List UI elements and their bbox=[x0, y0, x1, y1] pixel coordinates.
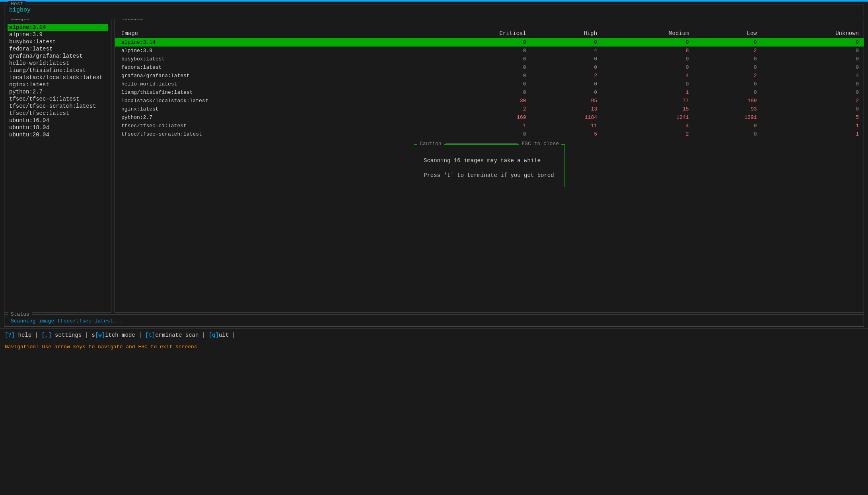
result-high: 0 bbox=[531, 80, 602, 88]
image-list-item[interactable]: fedora:latest bbox=[8, 45, 108, 52]
result-medium: 0 bbox=[602, 55, 693, 63]
image-list-item[interactable]: alpine:3.9 bbox=[8, 31, 108, 38]
table-row[interactable]: liamg/thisisfine:latest00100 bbox=[115, 88, 864, 97]
result-low: 2 bbox=[694, 72, 762, 80]
result-low: 1291 bbox=[694, 113, 762, 122]
result-image-name: busybox:latest bbox=[115, 55, 418, 63]
result-image-name: nginx:latest bbox=[115, 105, 418, 113]
result-unknown: 1 bbox=[762, 130, 864, 138]
table-row[interactable]: grafana/grafana:latest02424 bbox=[115, 72, 864, 80]
results-panel: Results Image Critical High Medium Low U… bbox=[115, 19, 864, 313]
result-unknown: 2 bbox=[762, 97, 864, 105]
result-image-name: tfsec/tfsec-ci:latest bbox=[115, 122, 418, 130]
table-row[interactable]: busybox:latest00000 bbox=[115, 55, 864, 63]
image-list-item[interactable]: liamg/thisisfine:latest bbox=[8, 67, 108, 74]
image-list-item[interactable]: tfsec/tfsec-ci:latest bbox=[8, 95, 108, 103]
result-unknown: 0 bbox=[762, 80, 864, 88]
result-unknown: 0 bbox=[762, 55, 864, 63]
result-high: 11 bbox=[531, 122, 602, 130]
result-low: 0 bbox=[694, 130, 762, 138]
image-list-item[interactable]: grafana/grafana:latest bbox=[8, 52, 108, 60]
status-label: Status bbox=[8, 311, 32, 317]
result-critical: 0 bbox=[418, 72, 531, 80]
images-label: Images bbox=[8, 19, 32, 21]
image-list-item[interactable]: busybox:latest bbox=[8, 38, 108, 45]
host-name: bigboy bbox=[9, 6, 859, 14]
result-medium: 0 bbox=[602, 80, 693, 88]
table-row[interactable]: alpine:3.904820 bbox=[115, 47, 864, 55]
status-section: Status Scanning image tfsec/tfsec:latest… bbox=[4, 314, 864, 327]
result-critical: 2 bbox=[418, 105, 531, 113]
result-image-name: liamg/thisisfine:latest bbox=[115, 88, 418, 97]
sep4: | bbox=[202, 332, 209, 338]
sep1: | bbox=[35, 332, 42, 338]
result-low: 0 bbox=[694, 55, 762, 63]
table-row[interactable]: localstack/localstack:latest3095771992 bbox=[115, 97, 864, 105]
result-image-name: localstack/localstack:latest bbox=[115, 97, 418, 105]
results-table: Image Critical High Medium Low Unknown a… bbox=[115, 29, 864, 138]
result-low: 0 bbox=[694, 80, 762, 88]
settings-key[interactable]: [,] settings bbox=[41, 332, 82, 338]
nav-hint: Navigation: Use arrow keys to navigate a… bbox=[0, 342, 868, 352]
result-unknown: 0 bbox=[762, 63, 864, 72]
image-list-item[interactable]: alpine:3.14 bbox=[8, 24, 108, 31]
result-image-name: grafana/grafana:latest bbox=[115, 72, 418, 80]
image-list-item[interactable]: hello-world:latest bbox=[8, 60, 108, 67]
result-unknown: 5 bbox=[762, 113, 864, 122]
quit-key[interactable]: [q]uit bbox=[209, 332, 229, 338]
terminate-key[interactable]: [t]erminate scan bbox=[145, 332, 199, 338]
result-low: 0 bbox=[694, 88, 762, 97]
images-panel: Images alpine:3.14alpine:3.9busybox:late… bbox=[4, 19, 111, 313]
result-low: 0 bbox=[694, 122, 762, 130]
result-critical: 1 bbox=[418, 122, 531, 130]
image-list-item[interactable]: nginx:latest bbox=[8, 81, 108, 88]
result-image-name: tfsec/tfsec-scratch:latest bbox=[115, 130, 418, 138]
image-list-item[interactable]: localstack/localstack:latest bbox=[8, 74, 108, 81]
help-key[interactable]: [?] help bbox=[5, 332, 31, 338]
table-row[interactable]: tfsec/tfsec-ci:latest111401 bbox=[115, 122, 864, 130]
table-row[interactable]: python:2.71691184124112915 bbox=[115, 113, 864, 122]
result-image-name: hello-world:latest bbox=[115, 80, 418, 88]
table-row[interactable]: hello-world:latest00000 bbox=[115, 80, 864, 88]
table-row[interactable]: nginx:latest21315930 bbox=[115, 105, 864, 113]
sep2: | bbox=[85, 332, 92, 338]
table-row[interactable]: alpine:3.1400000 bbox=[115, 38, 864, 47]
result-critical: 0 bbox=[418, 63, 531, 72]
result-low: 2 bbox=[694, 47, 762, 55]
image-list-item[interactable]: tfsec/tfsec:latest bbox=[8, 110, 108, 117]
result-unknown: 0 bbox=[762, 88, 864, 97]
result-critical: 0 bbox=[418, 55, 531, 63]
table-row[interactable]: tfsec/tfsec-scratch:latest05201 bbox=[115, 130, 864, 138]
result-medium: 15 bbox=[602, 105, 693, 113]
result-high: 13 bbox=[531, 105, 602, 113]
result-image-name: python:2.7 bbox=[115, 113, 418, 122]
host-label: Host bbox=[8, 1, 25, 7]
image-list-item[interactable]: ubuntu:20.04 bbox=[8, 131, 108, 138]
image-list-item[interactable]: python:2.7 bbox=[8, 88, 108, 95]
switch-key[interactable]: s[w]itch mode bbox=[92, 332, 135, 338]
table-row[interactable]: fedora:latest00000 bbox=[115, 63, 864, 72]
image-list-item[interactable]: tfsec/tfsec-scratch:latest bbox=[8, 103, 108, 110]
top-bar bbox=[0, 0, 868, 2]
result-medium: 77 bbox=[602, 97, 693, 105]
result-low: 0 bbox=[694, 38, 762, 47]
result-medium: 1241 bbox=[602, 113, 693, 122]
result-high: 4 bbox=[531, 47, 602, 55]
sep5: | bbox=[232, 332, 235, 338]
result-image-name: alpine:3.9 bbox=[115, 47, 418, 55]
result-critical: 0 bbox=[418, 88, 531, 97]
result-high: 1184 bbox=[531, 113, 602, 122]
result-low: 199 bbox=[694, 97, 762, 105]
result-critical: 30 bbox=[418, 97, 531, 105]
image-list-item[interactable]: ubuntu:16.04 bbox=[8, 117, 108, 124]
result-high: 5 bbox=[531, 130, 602, 138]
images-list: alpine:3.14alpine:3.9busybox:latestfedor… bbox=[4, 21, 111, 142]
col-unknown: Unknown bbox=[762, 29, 864, 38]
result-high: 0 bbox=[531, 55, 602, 63]
image-list-item[interactable]: ubuntu:18.04 bbox=[8, 124, 108, 131]
result-medium: 0 bbox=[602, 63, 693, 72]
sep3: | bbox=[138, 332, 145, 338]
result-image-name: fedora:latest bbox=[115, 63, 418, 72]
result-medium: 2 bbox=[602, 130, 693, 138]
result-high: 0 bbox=[531, 63, 602, 72]
